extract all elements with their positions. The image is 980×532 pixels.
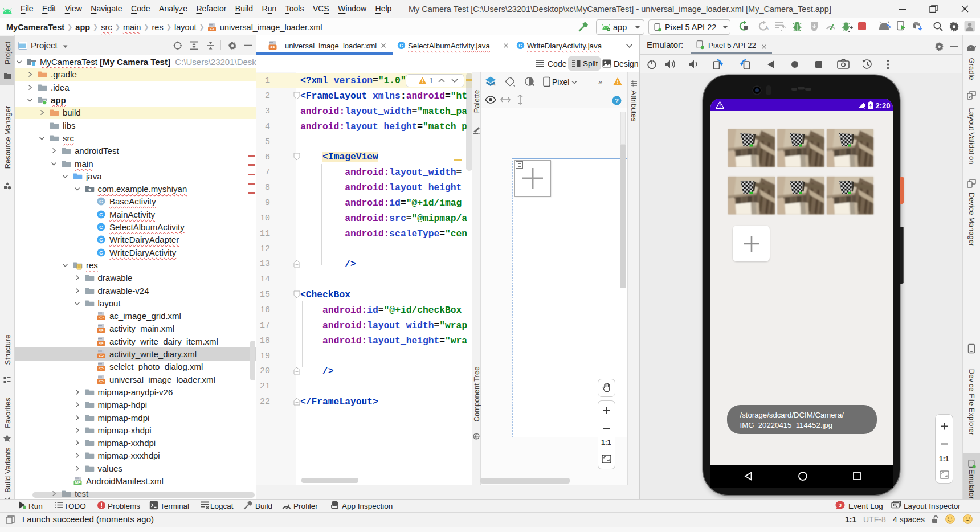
svg-text:?: ? xyxy=(615,97,619,104)
svg-text:C: C xyxy=(99,224,103,230)
svg-text:C: C xyxy=(399,43,403,48)
svg-text:C: C xyxy=(99,211,103,218)
svg-text:<>: <> xyxy=(99,315,104,320)
svg-text:<>: <> xyxy=(99,328,104,333)
svg-text:A: A xyxy=(765,26,769,31)
svg-text:C: C xyxy=(518,43,522,48)
svg-text:MF: MF xyxy=(75,481,81,485)
svg-text:<>: <> xyxy=(270,44,275,50)
svg-text:C: C xyxy=(99,236,103,243)
svg-text:C: C xyxy=(99,198,103,204)
svg-text:<>: <> xyxy=(99,341,104,346)
svg-text:<>: <> xyxy=(210,27,214,31)
svg-text:C: C xyxy=(99,249,103,256)
svg-text:<>: <> xyxy=(99,366,104,371)
svg-text:3: 3 xyxy=(839,502,842,508)
svg-text:<>: <> xyxy=(99,379,104,384)
svg-text:<>: <> xyxy=(99,353,104,358)
